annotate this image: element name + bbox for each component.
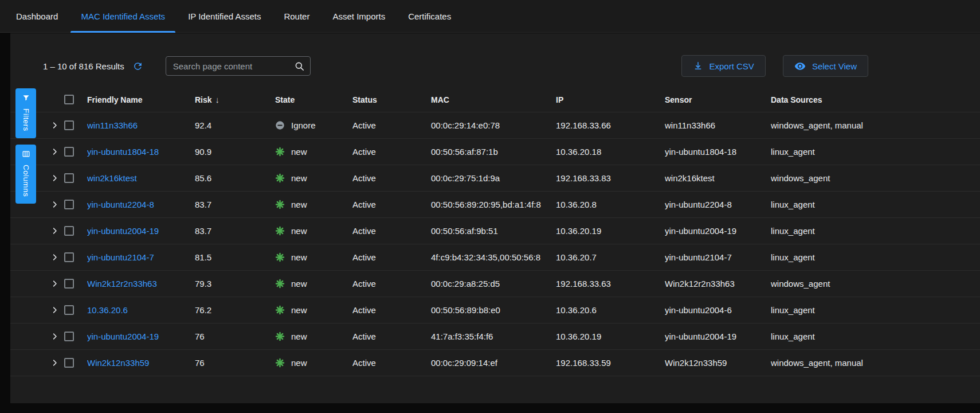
chevron-right-icon <box>50 306 59 314</box>
expand-row-button[interactable] <box>50 306 64 314</box>
column-header-mac[interactable]: MAC <box>431 95 556 104</box>
tab-label: IP Identified Assets <box>188 11 261 21</box>
state-cell: new <box>275 173 352 183</box>
friendly-name-link[interactable]: yin-ubuntu1804-18 <box>87 147 159 157</box>
friendly-name-link[interactable]: yin-ubuntu2104-7 <box>87 252 154 262</box>
state-cell: new <box>275 200 352 209</box>
expand-row-button[interactable] <box>50 174 64 182</box>
friendly-name-link[interactable]: Win2k12r2n33h63 <box>87 279 157 289</box>
chevron-right-icon <box>50 359 59 367</box>
toolbar: 1 – 10 of 816 Results Export CSV <box>43 55 980 77</box>
filter-icon <box>22 93 30 104</box>
row-checkbox[interactable] <box>64 120 74 130</box>
friendly-name-link[interactable]: win2k16ktest <box>87 173 137 183</box>
ip-address: 192.168.33.66 <box>556 120 665 130</box>
row-checkbox[interactable] <box>64 226 74 236</box>
friendly-name-link[interactable]: Win2k12n33h59 <box>87 358 149 368</box>
risk-value: 76 <box>195 332 275 341</box>
status-value: Active <box>352 173 431 183</box>
tab-asset-imports[interactable]: Asset Imports <box>321 0 397 32</box>
sensor-name: Win2k12r2n33h63 <box>665 279 771 289</box>
column-header-status[interactable]: Status <box>352 95 431 104</box>
table-row: yin-ubuntu2104-7 81.5 new Active 4f:c9:b… <box>10 244 980 271</box>
chevron-right-icon <box>50 121 59 130</box>
risk-value: 76.2 <box>195 305 275 315</box>
filters-button[interactable]: Filters <box>15 88 36 138</box>
new-state-icon <box>275 332 285 341</box>
expand-row-button[interactable] <box>50 200 64 209</box>
columns-button[interactable]: Columns <box>15 145 36 204</box>
sensor-name: yin-ubuntu2204-8 <box>665 200 771 209</box>
new-state-icon <box>275 200 285 209</box>
friendly-name-link[interactable]: yin-ubuntu2004-19 <box>87 332 159 341</box>
state-label: Ignore <box>291 120 316 130</box>
sensor-name: Win2k12n33h59 <box>665 358 771 368</box>
tab-router[interactable]: Router <box>272 0 321 32</box>
row-checkbox[interactable] <box>64 332 74 341</box>
assets-table: Friendly NameRisk↓StateStatusMACIPSensor… <box>10 87 980 376</box>
friendly-name-link[interactable]: win11n33h66 <box>87 120 138 130</box>
tab-certificates[interactable]: Certificates <box>397 0 462 32</box>
results-count: 1 – 10 of 816 Results <box>43 61 124 71</box>
search-input[interactable] <box>166 57 310 75</box>
friendly-name-link[interactable]: 10.36.20.6 <box>87 305 128 315</box>
data-sources: linux_agent <box>771 332 980 341</box>
state-label: new <box>291 305 307 315</box>
select-all-checkbox[interactable] <box>64 95 74 104</box>
row-checkbox[interactable] <box>64 358 74 368</box>
sensor-name: yin-ubuntu2004-19 <box>665 332 771 341</box>
row-checkbox[interactable] <box>64 279 74 289</box>
expand-row-button[interactable] <box>50 253 64 262</box>
chevron-right-icon <box>50 147 59 156</box>
mac-address: 00:0c:29:14:e0:78 <box>431 120 556 130</box>
column-header-sensor[interactable]: Sensor <box>665 95 771 104</box>
mac-address: 00:0c:29:a8:25:d5 <box>431 279 556 289</box>
search-icon[interactable] <box>294 61 305 72</box>
table-row: 10.36.20.6 76.2 new Active 00:50:56:89:b… <box>10 297 980 324</box>
expand-row-button[interactable] <box>50 279 64 288</box>
sensor-name: yin-ubuntu1804-18 <box>665 147 771 157</box>
column-header-state[interactable]: State <box>275 95 352 104</box>
sensor-name: win2k16ktest <box>665 173 771 183</box>
tab-mac-identified-assets[interactable]: MAC Identified Assets <box>69 0 177 32</box>
select-view-button[interactable]: Select View <box>783 55 868 77</box>
tab-ip-identified-assets[interactable]: IP Identified Assets <box>177 0 272 32</box>
export-csv-button[interactable]: Export CSV <box>681 55 766 77</box>
column-header-friendly-name[interactable]: Friendly Name <box>87 95 195 104</box>
ip-address: 10.36.20.7 <box>556 252 665 262</box>
ip-address: 10.36.20.19 <box>556 332 665 341</box>
expand-row-button[interactable] <box>50 121 64 130</box>
chevron-right-icon <box>50 200 59 209</box>
expand-row-button[interactable] <box>50 332 64 341</box>
columns-icon <box>22 150 30 161</box>
expand-row-button[interactable] <box>50 227 64 235</box>
friendly-name-link[interactable]: yin-ubuntu2004-19 <box>87 226 159 236</box>
table-row: Win2k12n33h59 76 new Active 00:0c:29:09:… <box>10 350 980 376</box>
refresh-icon[interactable] <box>132 61 143 72</box>
ip-address: 192.168.33.83 <box>556 173 665 183</box>
ip-address: 10.36.20.6 <box>556 305 665 315</box>
expand-row-button[interactable] <box>50 147 64 156</box>
new-state-icon <box>275 279 285 289</box>
sensor-name: yin-ubuntu2004-6 <box>665 305 771 315</box>
column-header-risk[interactable]: Risk↓ <box>195 95 275 104</box>
expand-row-button[interactable] <box>50 359 64 367</box>
friendly-name-link[interactable]: yin-ubuntu2204-8 <box>87 200 154 209</box>
row-checkbox[interactable] <box>64 252 74 262</box>
row-checkbox[interactable] <box>64 200 74 209</box>
state-label: new <box>291 226 307 236</box>
state-label: new <box>291 252 307 262</box>
ip-address: 192.168.33.63 <box>556 279 665 289</box>
table-row: yin-ubuntu2004-19 83.7 new Active 00:50:… <box>10 218 980 244</box>
row-checkbox[interactable] <box>64 173 74 183</box>
row-checkbox[interactable] <box>64 147 74 157</box>
tab-label: Certificates <box>408 11 451 21</box>
column-header-data-sources[interactable]: Data Sources <box>771 95 980 104</box>
tab-dashboard[interactable]: Dashboard <box>5 0 69 32</box>
state-label: new <box>291 332 307 341</box>
data-sources: linux_agent <box>771 200 980 209</box>
select-view-label: Select View <box>812 61 857 71</box>
column-header-ip[interactable]: IP <box>556 95 665 104</box>
row-checkbox[interactable] <box>64 305 74 315</box>
search-box[interactable] <box>166 56 311 76</box>
